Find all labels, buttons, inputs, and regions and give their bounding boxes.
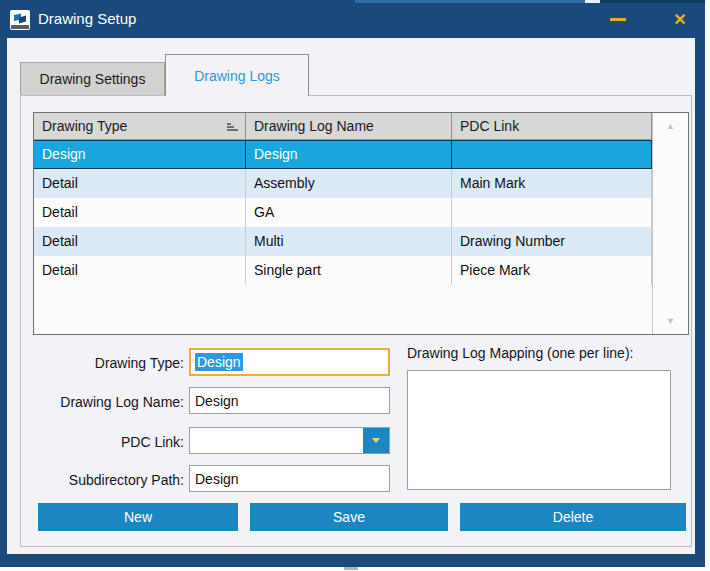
pdc-link-label: PDC Link:	[0, 434, 184, 450]
scroll-down-button[interactable]: ▼	[653, 308, 688, 334]
delete-button-label: Delete	[553, 509, 593, 525]
drawing-type-label: Drawing Type:	[0, 355, 184, 371]
subdirectory-path-input[interactable]	[189, 465, 390, 492]
window-title: Drawing Setup	[38, 0, 136, 38]
cell-drawing-type: Detail	[34, 256, 246, 285]
cell-pdc-link: Drawing Number	[452, 227, 652, 256]
minimize-icon	[610, 18, 626, 21]
title-bar: Drawing Setup ✕	[0, 0, 705, 38]
column-header-label: Drawing Type	[42, 118, 127, 134]
cell-pdc-link: Piece Mark	[452, 256, 652, 285]
cell-log-name: Design	[246, 141, 452, 168]
cell-log-name: Multi	[246, 227, 452, 256]
drawing-logs-table: Drawing Type Drawing Log Name PDC Link D…	[33, 112, 689, 335]
save-button[interactable]: Save	[250, 503, 448, 531]
cell-drawing-type: Detail	[34, 169, 246, 198]
drawing-log-mapping-label: Drawing Log Mapping (one per line):	[407, 345, 633, 361]
selected-text: Design	[195, 353, 243, 371]
tab-label: Drawing Logs	[194, 68, 280, 84]
sort-ascending-icon	[226, 121, 239, 132]
new-button-label: New	[124, 509, 152, 525]
table-scrollbar[interactable]: ▲ ▼	[652, 113, 688, 334]
cell-drawing-type: Design	[34, 141, 246, 168]
drawing-log-name-input[interactable]	[189, 387, 390, 414]
close-button[interactable]: ✕	[662, 0, 698, 38]
delete-button[interactable]: Delete	[460, 503, 686, 531]
scroll-down-icon: ▼	[666, 316, 675, 326]
cell-pdc-link	[452, 141, 652, 168]
drawing-log-mapping-textarea[interactable]	[407, 370, 671, 490]
minimize-button[interactable]	[600, 0, 636, 38]
cell-log-name: Assembly	[246, 169, 452, 198]
cell-log-name: GA	[246, 198, 452, 227]
column-header-pdc-link[interactable]: PDC Link	[452, 113, 652, 139]
new-button[interactable]: New	[38, 503, 238, 531]
app-icon[interactable]	[10, 10, 30, 30]
close-icon: ✕	[673, 10, 686, 29]
table-row[interactable]: Detail Single part Piece Mark	[34, 256, 652, 285]
chevron-down-icon	[372, 438, 380, 443]
scroll-up-icon: ▲	[666, 121, 675, 131]
column-header-drawing-log-name[interactable]: Drawing Log Name	[246, 113, 452, 139]
column-header-drawing-type[interactable]: Drawing Type	[34, 113, 246, 139]
table-row[interactable]: Detail Assembly Main Mark	[34, 169, 652, 198]
cell-log-name: Single part	[246, 256, 452, 285]
save-button-label: Save	[333, 509, 365, 525]
table-header-row: Drawing Type Drawing Log Name PDC Link	[34, 113, 652, 140]
pdc-link-dropdown-button[interactable]	[363, 428, 389, 453]
pdc-link-combobox[interactable]	[189, 427, 390, 454]
tab-drawing-settings[interactable]: Drawing Settings	[20, 62, 165, 95]
table-main: Drawing Type Drawing Log Name PDC Link D…	[34, 113, 652, 334]
tab-drawing-logs[interactable]: Drawing Logs	[165, 54, 309, 96]
table-row[interactable]: Detail GA	[34, 198, 652, 227]
screen: Drawing Setup ✕ Drawing Settings Drawing…	[0, 0, 710, 571]
table-row[interactable]: Design Design	[34, 140, 652, 169]
column-header-label: Drawing Log Name	[254, 118, 374, 134]
cell-drawing-type: Detail	[34, 198, 246, 227]
cell-pdc-link	[452, 198, 652, 227]
drawing-type-input[interactable]: Design	[189, 348, 390, 376]
background-artifact	[344, 567, 358, 570]
column-header-label: PDC Link	[460, 118, 519, 134]
cell-drawing-type: Detail	[34, 227, 246, 256]
scroll-up-button[interactable]: ▲	[653, 113, 688, 139]
tab-label: Drawing Settings	[40, 71, 146, 87]
table-row[interactable]: Detail Multi Drawing Number	[34, 227, 652, 256]
subdirectory-path-label: Subdirectory Path:	[0, 472, 184, 488]
drawing-log-name-label: Drawing Log Name:	[0, 394, 184, 410]
cell-pdc-link: Main Mark	[452, 169, 652, 198]
